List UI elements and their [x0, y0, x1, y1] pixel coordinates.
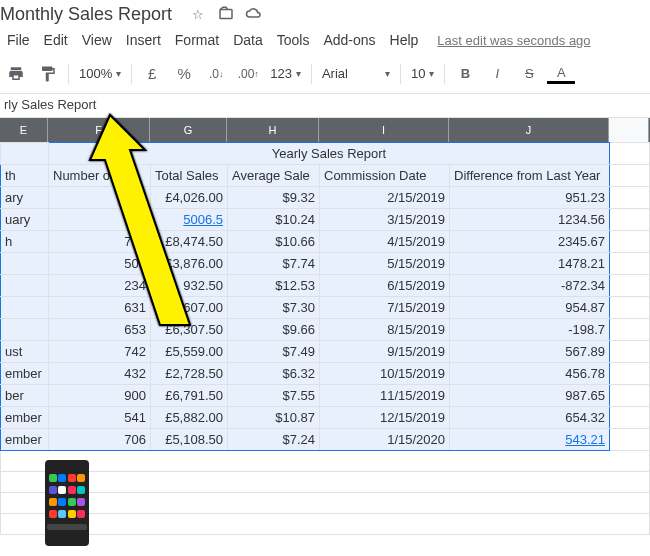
cell-month[interactable]: ember — [1, 429, 49, 451]
cell[interactable] — [610, 275, 650, 297]
cell[interactable] — [1, 514, 650, 535]
cell[interactable] — [610, 165, 650, 187]
cell-total[interactable]: 932.50 — [151, 275, 228, 297]
cell[interactable] — [610, 187, 650, 209]
cell-month[interactable] — [1, 275, 49, 297]
cell-total[interactable]: £6,307.50 — [151, 319, 228, 341]
cell-month[interactable]: ember — [1, 363, 49, 385]
menu-data[interactable]: Data — [226, 28, 270, 52]
cell[interactable] — [610, 341, 650, 363]
cell-avg[interactable]: $9.32 — [228, 187, 320, 209]
formula-bar[interactable]: rly Sales Report — [0, 94, 650, 118]
cell-diff[interactable]: 951.23 — [450, 187, 610, 209]
cell-total[interactable]: £4,026.00 — [151, 187, 228, 209]
star-icon[interactable]: ☆ — [188, 4, 208, 24]
cell-date[interactable]: 9/15/2019 — [320, 341, 450, 363]
zoom-select[interactable]: 100%▾ — [73, 66, 127, 81]
cell[interactable] — [610, 231, 650, 253]
text-color-button[interactable]: A — [547, 64, 575, 84]
cell-total[interactable]: £5,108.50 — [151, 429, 228, 451]
col-header-H[interactable]: H — [227, 118, 319, 142]
strike-button[interactable]: S — [515, 60, 543, 88]
cell[interactable] — [1, 143, 49, 165]
cell-avg[interactable]: $9.66 — [228, 319, 320, 341]
cell-avg[interactable]: $7.55 — [228, 385, 320, 407]
cell-total[interactable]: £5,882.00 — [151, 407, 228, 429]
menu-help[interactable]: Help — [383, 28, 426, 52]
menu-tools[interactable]: Tools — [270, 28, 317, 52]
title-cell[interactable]: Yearly Sales Report — [49, 143, 610, 165]
cell-num[interactable]: 4 — [49, 209, 151, 231]
cell[interactable] — [1, 451, 650, 472]
cell-diff[interactable]: 1478.21 — [450, 253, 610, 275]
cell-num[interactable]: 234 — [49, 275, 151, 297]
header-num-orders[interactable]: Number of — [49, 165, 151, 187]
cell[interactable] — [610, 253, 650, 275]
cell-avg[interactable]: $7.24 — [228, 429, 320, 451]
cell-date[interactable]: 11/15/2019 — [320, 385, 450, 407]
cell-avg[interactable]: $7.30 — [228, 297, 320, 319]
cell-num[interactable]: 32 — [49, 187, 151, 209]
cell-date[interactable]: 6/15/2019 — [320, 275, 450, 297]
cell-date[interactable]: 7/15/2019 — [320, 297, 450, 319]
menu-addons[interactable]: Add-ons — [316, 28, 382, 52]
more-formats[interactable]: 123▾ — [264, 66, 307, 81]
cell-diff[interactable]: 543.21 — [450, 429, 610, 451]
menu-format[interactable]: Format — [168, 28, 226, 52]
image-thumbnail[interactable] — [45, 460, 89, 546]
menu-edit[interactable]: Edit — [37, 28, 75, 52]
cell-diff[interactable]: 1234.56 — [450, 209, 610, 231]
currency-icon[interactable]: £ — [138, 60, 166, 88]
cell-avg[interactable]: $10.24 — [228, 209, 320, 231]
cell-date[interactable]: 2/15/2019 — [320, 187, 450, 209]
cell-total[interactable]: £8,474.50 — [151, 231, 228, 253]
col-header-J[interactable]: J — [449, 118, 609, 142]
cell-month[interactable] — [1, 319, 49, 341]
cell-num[interactable]: 432 — [49, 363, 151, 385]
header-month[interactable]: th — [1, 165, 49, 187]
spreadsheet-grid[interactable]: E F G H I J Yearly Sales Report th Numbe… — [0, 118, 650, 535]
col-header-blank[interactable] — [609, 118, 649, 142]
cell[interactable] — [1, 472, 650, 493]
cell-total[interactable]: £4,607.00 — [151, 297, 228, 319]
cell-total[interactable]: £3,876.00 — [151, 253, 228, 275]
italic-button[interactable]: I — [483, 60, 511, 88]
bold-button[interactable]: B — [451, 60, 479, 88]
header-commission-date[interactable]: Commission Date — [320, 165, 450, 187]
cell[interactable] — [1, 493, 650, 514]
header-diff[interactable]: Difference from Last Year — [450, 165, 610, 187]
cell-month[interactable]: ember — [1, 407, 49, 429]
font-size-select[interactable]: 10▾ — [405, 66, 440, 81]
col-header-I[interactable]: I — [319, 118, 449, 142]
cell[interactable] — [610, 407, 650, 429]
menu-file[interactable]: File — [0, 28, 37, 52]
font-select[interactable]: Arial▾ — [316, 66, 396, 81]
cell-avg[interactable]: $6.32 — [228, 363, 320, 385]
cell-month[interactable]: h — [1, 231, 49, 253]
increase-decimal-icon[interactable]: .00↑ — [234, 60, 262, 88]
cell[interactable] — [610, 429, 650, 451]
document-title[interactable]: Monthly Sales Report — [0, 4, 172, 25]
cell-total[interactable]: 5006.5 — [151, 209, 228, 231]
cell-month[interactable] — [1, 253, 49, 275]
cell-month[interactable] — [1, 297, 49, 319]
col-header-G[interactable]: G — [150, 118, 227, 142]
cell-num[interactable]: 541 — [49, 407, 151, 429]
cell-diff[interactable]: 456.78 — [450, 363, 610, 385]
cell-month[interactable]: ber — [1, 385, 49, 407]
cell-diff[interactable]: 954.87 — [450, 297, 610, 319]
cell-diff[interactable]: -872.34 — [450, 275, 610, 297]
cell[interactable] — [610, 319, 650, 341]
cell-avg[interactable]: $12.53 — [228, 275, 320, 297]
cell-month[interactable]: ary — [1, 187, 49, 209]
cell-avg[interactable]: $7.74 — [228, 253, 320, 275]
cell[interactable] — [610, 143, 650, 165]
decrease-decimal-icon[interactable]: .0↓ — [202, 60, 230, 88]
cell[interactable] — [610, 209, 650, 231]
cell-num[interactable]: 653 — [49, 319, 151, 341]
cell-total[interactable]: £5,559.00 — [151, 341, 228, 363]
cell-date[interactable]: 10/15/2019 — [320, 363, 450, 385]
cell-diff[interactable]: -198.7 — [450, 319, 610, 341]
col-header-F[interactable]: F — [48, 118, 150, 142]
move-icon[interactable] — [216, 4, 236, 24]
